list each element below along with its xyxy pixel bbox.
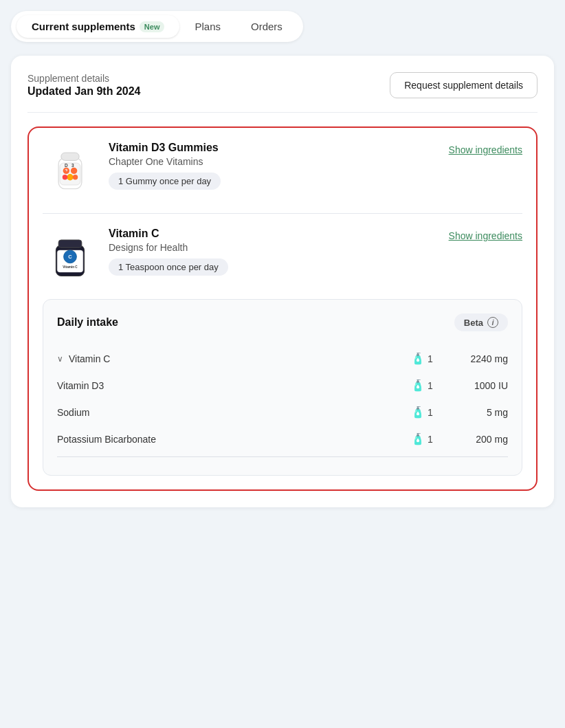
- svg-point-6: [63, 175, 68, 180]
- info-icon[interactable]: i: [487, 317, 498, 328]
- intake-qty-sodium: 🧴 1: [405, 406, 439, 419]
- intake-name-sodium: Sodium: [57, 407, 405, 418]
- svg-text:3: 3: [71, 162, 74, 167]
- intake-amount-sodium: 5 mg: [439, 407, 508, 418]
- supplement-header-info: Supplement details Updated Jan 9th 2024: [27, 73, 141, 98]
- vitamin-c-dosage: 1 Teaspoon once per day: [109, 258, 228, 276]
- svg-text:Vitamin C: Vitamin C: [63, 265, 78, 269]
- vitamin-d3-dosage: 1 Gummy once per day: [109, 173, 221, 190]
- supplement-item-vitamin-c: C Vitamin C Vitamin C Designs for Health…: [43, 228, 522, 296]
- daily-intake-header: Daily intake Beta i: [57, 313, 508, 331]
- vitamin-c-name: Vitamin C: [109, 228, 438, 240]
- vitamin-d3-info: Vitamin D3 Gummies Chapter One Vitamins …: [109, 142, 438, 190]
- intake-amount-vitamin-d3: 1000 IU: [439, 380, 508, 391]
- svg-rect-2: [61, 153, 79, 160]
- daily-intake-card: Daily intake Beta i ∨ Vitamin C 🧴 1: [43, 299, 522, 476]
- tab-plans[interactable]: Plans: [179, 15, 236, 38]
- vitamin-d3-image: • D 3: [43, 142, 98, 197]
- intake-qty-vitamin-d3: 🧴 1: [405, 379, 439, 392]
- vitamin-c-actions: Show ingredients: [449, 228, 522, 241]
- svg-text:C: C: [68, 254, 72, 260]
- supplement-list-card: • D 3 Vitamin D3 Gummies Chapter One Vit…: [27, 126, 538, 491]
- intake-amount-potassium: 200 mg: [439, 434, 508, 445]
- main-card: Supplement details Updated Jan 9th 2024 …: [11, 56, 554, 507]
- vitamin-c-info: Vitamin C Designs for Health 1 Teaspoon …: [109, 228, 438, 276]
- intake-name-vitamin-d3: Vitamin D3: [57, 380, 405, 391]
- supplement-details-label: Supplement details: [27, 73, 141, 84]
- intake-row-vitamin-d3: Vitamin D3 🧴 1 1000 IU: [57, 372, 508, 399]
- vitamin-c-show-ingredients[interactable]: Show ingredients: [449, 230, 522, 241]
- tab-orders-label: Orders: [251, 21, 282, 32]
- supplement-updated-date: Updated Jan 9th 2024: [27, 85, 141, 98]
- bottle-icon-2: 🧴: [411, 406, 425, 419]
- vitamin-d3-name: Vitamin D3 Gummies: [109, 142, 438, 154]
- intake-name-potassium: Potassium Bicarbonate: [57, 434, 405, 445]
- tab-bar: Current supplements New Plans Orders: [11, 11, 303, 42]
- svg-point-4: [71, 167, 77, 173]
- beta-label: Beta: [464, 318, 483, 328]
- intake-qty-potassium: 🧴 1: [405, 432, 439, 445]
- intake-row-potassium: Potassium Bicarbonate 🧴 1 200 mg: [57, 426, 508, 452]
- svg-text:•: •: [65, 168, 67, 173]
- new-badge: New: [140, 21, 165, 32]
- intake-name-vitamin-c: ∨ Vitamin C: [57, 353, 405, 364]
- bottle-icon-3: 🧴: [411, 432, 425, 445]
- svg-point-7: [73, 175, 78, 180]
- intake-table: ∨ Vitamin C 🧴 1 2240 mg Vitamin D3: [57, 345, 508, 457]
- vitamin-d3-show-ingredients[interactable]: Show ingredients: [449, 144, 522, 155]
- request-supplement-details-button[interactable]: Request supplement details: [390, 72, 538, 98]
- vitamin-c-image: C Vitamin C: [43, 228, 98, 283]
- intake-row-sodium: Sodium 🧴 1 5 mg: [57, 399, 508, 426]
- intake-row-vitamin-c[interactable]: ∨ Vitamin C 🧴 1 2240 mg: [57, 345, 508, 372]
- beta-badge: Beta i: [454, 313, 508, 331]
- item-divider-1: [43, 213, 522, 214]
- supplement-item-vitamin-d3: • D 3 Vitamin D3 Gummies Chapter One Vit…: [43, 142, 522, 210]
- vitamin-c-brand: Designs for Health: [109, 242, 438, 253]
- vitamin-d3-actions: Show ingredients: [449, 142, 522, 155]
- vitamin-d3-brand: Chapter One Vitamins: [109, 156, 438, 167]
- tab-plans-label: Plans: [195, 21, 221, 32]
- bottle-icon-1: 🧴: [411, 379, 425, 392]
- tab-current-supplements[interactable]: Current supplements New: [16, 15, 179, 38]
- tab-orders[interactable]: Orders: [236, 15, 298, 38]
- svg-point-5: [67, 174, 73, 180]
- intake-qty-vitamin-c: 🧴 1: [405, 352, 439, 365]
- svg-rect-14: [58, 240, 82, 247]
- daily-intake-title: Daily intake: [57, 316, 118, 329]
- chevron-down-icon: ∨: [57, 354, 63, 364]
- intake-amount-vitamin-c: 2240 mg: [439, 353, 508, 364]
- svg-text:D: D: [65, 162, 68, 167]
- supplement-header: Supplement details Updated Jan 9th 2024 …: [27, 72, 538, 113]
- bottle-icon-0: 🧴: [411, 352, 425, 365]
- intake-bottom-divider: [57, 456, 508, 457]
- tab-current-label: Current supplements: [32, 21, 135, 32]
